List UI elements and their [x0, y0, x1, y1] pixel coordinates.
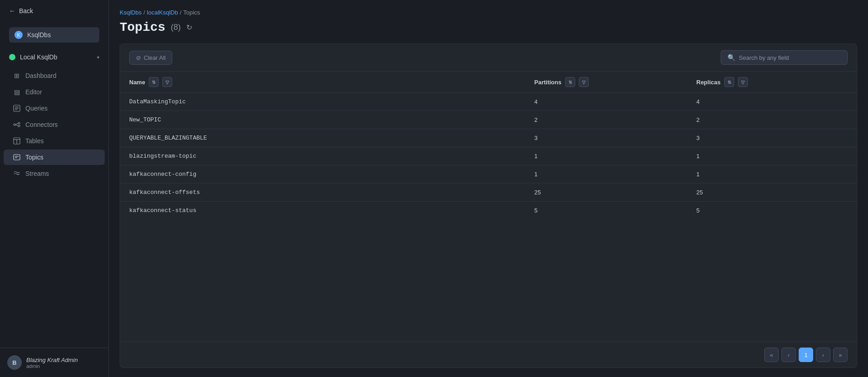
search-input[interactable] [739, 54, 841, 61]
sidebar-item-topics[interactable]: Topics [4, 150, 105, 165]
svg-rect-12 [14, 155, 20, 160]
replicas-cell: 1 [687, 165, 857, 184]
table-row[interactable]: kafkaconnect-status55 [120, 202, 857, 220]
ksqldb-button[interactable]: K KsqlDbs [9, 27, 99, 43]
sidebar-item-dashboard[interactable]: ⊞ Dashboard [4, 68, 105, 83]
sidebar-item-label: Streams [25, 170, 49, 177]
breadcrumb-topics: Topics [183, 9, 200, 16]
replicas-cell: 4 [687, 93, 857, 111]
search-icon: 🔍 [727, 54, 735, 61]
table-row[interactable]: New_TOPIC22 [120, 111, 857, 129]
topic-name-cell: DataMaskingTopic [120, 93, 525, 111]
name-filter-icon[interactable]: ▽ [162, 77, 172, 87]
search-box[interactable]: 🔍 [721, 50, 848, 65]
replicas-cell: 3 [687, 129, 857, 147]
dashboard-icon: ⊞ [13, 72, 21, 80]
topic-name-cell: New_TOPIC [120, 111, 525, 129]
topics-table-container: ⊘ Clear All 🔍 Name ⇅ ▽ [120, 44, 857, 368]
svg-point-6 [18, 125, 20, 127]
topics-table: Name ⇅ ▽ Partitions ⇅ ▽ [120, 72, 857, 219]
first-page-button[interactable]: « [764, 348, 779, 362]
instance-label: Local KsqlDb [20, 53, 92, 61]
back-label: Back [19, 7, 33, 14]
avatar: B [7, 355, 22, 370]
user-name: Blazing Kraft Admin [26, 357, 78, 363]
clear-all-button[interactable]: ⊘ Clear All [129, 51, 172, 65]
chevron-down-icon: ▾ [97, 55, 99, 60]
back-button[interactable]: ← Back [0, 0, 108, 22]
topics-icon [13, 153, 21, 161]
table-row[interactable]: QUERYABLE_BLAZINGTABLE33 [120, 129, 857, 147]
footer-user-info: Blazing Kraft Admin admin [26, 357, 78, 369]
svg-point-4 [14, 124, 15, 126]
instance-header[interactable]: Local KsqlDb ▾ [4, 50, 105, 64]
next-page-button[interactable]: › [816, 348, 830, 362]
partitions-cell: 3 [525, 129, 688, 147]
col-partitions-label: Partitions [534, 79, 562, 86]
table-row[interactable]: kafkaconnect-offsets2525 [120, 184, 857, 202]
replicas-cell: 1 [687, 147, 857, 165]
instance-status-dot [9, 54, 15, 60]
replicas-filter-icon[interactable]: ▽ [738, 77, 748, 87]
page-1-button[interactable]: 1 [799, 348, 813, 362]
prev-page-button[interactable]: ‹ [781, 348, 796, 362]
pagination-row: « ‹ 1 › » [120, 342, 857, 367]
sidebar-item-label: Tables [25, 137, 44, 145]
table-scroll-area: Name ⇅ ▽ Partitions ⇅ ▽ [120, 72, 857, 342]
last-page-button[interactable]: » [833, 348, 848, 362]
sidebar-item-connectors[interactable]: Connectors [4, 117, 105, 132]
user-role: admin [26, 363, 78, 369]
table-row[interactable]: blazingstream-topic11 [120, 147, 857, 165]
page-title: Topics [120, 20, 165, 34]
svg-line-8 [15, 125, 18, 126]
topic-name-cell: kafkaconnect-offsets [120, 184, 525, 202]
sidebar-footer: B Blazing Kraft Admin admin [0, 348, 108, 377]
sidebar-item-label: Connectors [25, 121, 58, 128]
sidebar-item-label: Editor [25, 88, 42, 96]
replicas-cell: 5 [687, 202, 857, 220]
sidebar-item-editor[interactable]: ▤ Editor [4, 84, 105, 100]
header-row: Name ⇅ ▽ Partitions ⇅ ▽ [120, 72, 857, 93]
sidebar-item-streams[interactable]: Streams [4, 166, 105, 181]
table-row[interactable]: kafkaconnect-config11 [120, 165, 857, 184]
tables-icon [13, 137, 21, 145]
table-toolbar: ⊘ Clear All 🔍 [120, 44, 857, 72]
partitions-cell: 2 [525, 111, 688, 129]
sidebar-item-queries[interactable]: Queries [4, 101, 105, 116]
replicas-sort-icon[interactable]: ⇅ [724, 77, 734, 87]
partitions-cell: 5 [525, 202, 688, 220]
col-replicas-label: Replicas [696, 79, 720, 86]
breadcrumb-local-ksqldb[interactable]: localKsqlDb [147, 9, 178, 16]
partitions-sort-icon[interactable]: ⇅ [565, 77, 575, 87]
svg-line-7 [15, 123, 18, 125]
table-body: DataMaskingTopic44New_TOPIC22QUERYABLE_B… [120, 93, 857, 220]
sidebar-item-label: Topics [25, 154, 44, 161]
back-arrow-icon: ← [9, 7, 15, 14]
sidebar-item-label: Dashboard [25, 72, 57, 79]
table-row[interactable]: DataMaskingTopic44 [120, 93, 857, 111]
svg-point-5 [18, 122, 20, 124]
name-sort-icon[interactable]: ⇅ [149, 77, 159, 87]
breadcrumb: KsqlDbs / localKsqlDb / Topics [120, 9, 857, 16]
sidebar-item-tables[interactable]: Tables [4, 133, 105, 149]
replicas-cell: 25 [687, 184, 857, 202]
refresh-icon[interactable]: ↻ [186, 23, 192, 32]
page-title-row: Topics (8) ↻ [120, 20, 857, 34]
partitions-filter-icon[interactable]: ▽ [579, 77, 589, 87]
editor-icon: ▤ [13, 88, 21, 96]
breadcrumb-sep-2: / [180, 9, 182, 16]
sidebar-item-label: Queries [25, 105, 48, 112]
ksqldb-icon: K [15, 31, 23, 39]
col-header-partitions: Partitions ⇅ ▽ [525, 72, 688, 93]
topic-name-cell: kafkaconnect-status [120, 202, 525, 220]
breadcrumb-sep-1: / [143, 9, 145, 16]
col-header-name: Name ⇅ ▽ [120, 72, 525, 93]
topic-name-cell: QUERYABLE_BLAZINGTABLE [120, 129, 525, 147]
breadcrumb-ksqldbs[interactable]: KsqlDbs [120, 9, 141, 16]
topic-name-cell: kafkaconnect-config [120, 165, 525, 184]
partitions-cell: 1 [525, 165, 688, 184]
streams-icon [13, 169, 21, 178]
partitions-cell: 25 [525, 184, 688, 202]
queries-icon [13, 104, 21, 112]
sidebar: ← Back K KsqlDbs Local KsqlDb ▾ ⊞ Dashbo… [0, 0, 109, 377]
